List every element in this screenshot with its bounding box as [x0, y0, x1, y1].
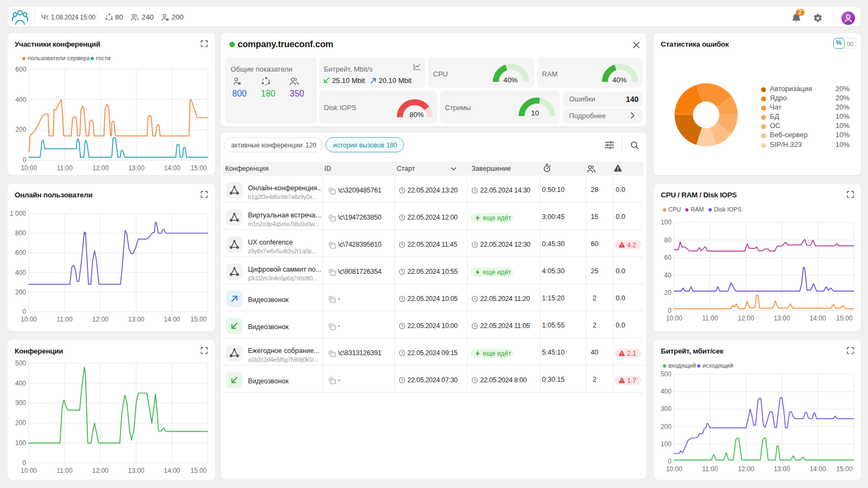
- svg-text:13:00: 13:00: [128, 467, 144, 474]
- svg-text:13:00: 13:00: [774, 314, 790, 322]
- svg-text:10:00: 10:00: [21, 467, 37, 474]
- svg-text:300: 300: [661, 405, 672, 413]
- svg-text:300: 300: [15, 399, 26, 407]
- svg-text:14:00: 14:00: [809, 465, 826, 473]
- svg-text:15:00: 15:00: [837, 314, 853, 322]
- svg-text:0: 0: [668, 307, 672, 314]
- svg-text:10:00: 10:00: [666, 314, 682, 322]
- svg-text:15:00: 15:00: [190, 467, 207, 474]
- svg-text:20: 20: [664, 289, 672, 297]
- svg-text:10:00: 10:00: [666, 465, 682, 473]
- svg-text:14:00: 14:00: [164, 467, 180, 474]
- svg-text:500: 500: [661, 370, 672, 378]
- svg-text:0: 0: [22, 459, 26, 467]
- svg-text:40: 40: [664, 272, 672, 279]
- svg-text:12:00: 12:00: [738, 465, 754, 473]
- svg-text:60: 60: [664, 254, 672, 261]
- svg-text:15:00: 15:00: [190, 316, 207, 323]
- svg-text:13:00: 13:00: [128, 164, 144, 172]
- svg-text:0: 0: [23, 156, 27, 164]
- svg-text:11:00: 11:00: [57, 164, 73, 172]
- svg-text:12:00: 12:00: [92, 316, 108, 323]
- svg-text:13:00: 13:00: [128, 316, 144, 323]
- svg-text:15:00: 15:00: [837, 465, 853, 473]
- svg-text:80: 80: [664, 236, 672, 244]
- svg-text:200: 200: [15, 288, 26, 296]
- svg-text:400: 400: [15, 269, 26, 277]
- svg-text:10:00: 10:00: [21, 164, 37, 172]
- svg-text:11:00: 11:00: [56, 316, 72, 323]
- svg-text:100: 100: [15, 439, 26, 447]
- svg-text:11:00: 11:00: [56, 467, 72, 474]
- svg-text:100: 100: [661, 219, 672, 226]
- svg-text:13:00: 13:00: [774, 465, 790, 473]
- svg-text:14:00: 14:00: [164, 164, 180, 172]
- svg-text:200: 200: [15, 126, 26, 133]
- svg-text:400: 400: [15, 96, 26, 104]
- svg-text:0: 0: [22, 308, 26, 316]
- svg-text:0: 0: [668, 458, 672, 465]
- svg-text:200: 200: [15, 419, 26, 427]
- svg-text:12:00: 12:00: [92, 164, 108, 172]
- svg-text:600: 600: [15, 249, 26, 256]
- svg-text:200: 200: [661, 423, 672, 431]
- svg-text:15:00: 15:00: [190, 164, 207, 172]
- svg-text:400: 400: [15, 380, 26, 387]
- svg-text:12:00: 12:00: [738, 314, 754, 322]
- svg-text:11:00: 11:00: [702, 465, 718, 473]
- svg-text:600: 600: [15, 66, 26, 73]
- svg-text:800: 800: [15, 229, 26, 237]
- svg-text:400: 400: [661, 388, 672, 395]
- svg-text:14:00: 14:00: [164, 316, 180, 323]
- svg-text:100: 100: [661, 440, 672, 448]
- svg-text:12:00: 12:00: [92, 467, 108, 474]
- svg-text:1 000: 1 000: [10, 210, 26, 217]
- svg-text:500: 500: [15, 359, 26, 367]
- svg-text:10:00: 10:00: [21, 316, 37, 323]
- svg-text:14:00: 14:00: [809, 314, 826, 322]
- svg-text:11:00: 11:00: [702, 314, 718, 322]
